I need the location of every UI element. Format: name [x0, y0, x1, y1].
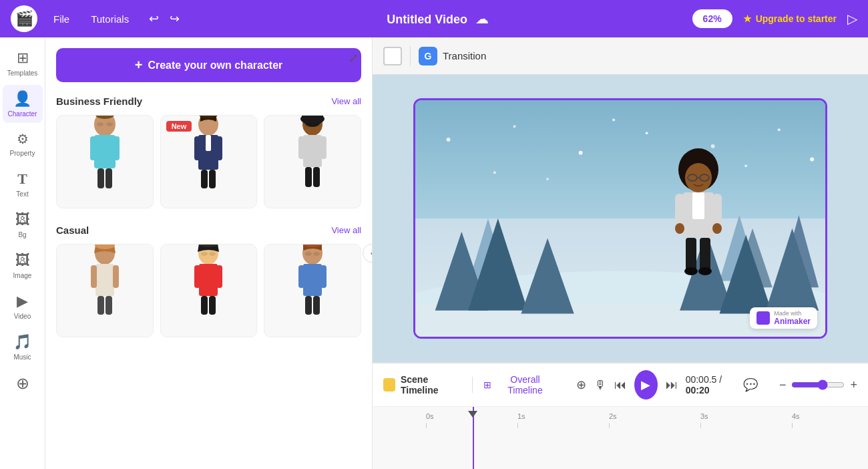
image-icon: 🖼 [15, 252, 30, 269]
svg-rect-33 [105, 296, 112, 315]
sidebar-item-more[interactable]: ⊕ [3, 369, 43, 398]
plus-icon: + [135, 57, 143, 73]
svg-rect-47 [320, 265, 327, 288]
music-icon: 🎵 [13, 333, 31, 351]
view-all-casual-button[interactable]: View all [331, 225, 361, 235]
video-icon: ▶ [17, 293, 28, 310]
time-total: 00:20 [686, 385, 710, 396]
property-icon: ⚙ [17, 131, 29, 147]
title-area: Untitled Video ☁ [194, 11, 681, 27]
text-icon: T [17, 170, 27, 188]
timeline-divider [472, 377, 473, 393]
playhead [473, 407, 474, 469]
transition-checkbox[interactable] [383, 47, 402, 65]
sidebar-label-image: Image [13, 272, 32, 279]
scene-canvas[interactable]: Made with Animaker [373, 75, 868, 362]
svg-rect-21 [298, 136, 304, 159]
sidebar-item-image[interactable]: 🖼 Image [3, 247, 43, 285]
sidebar-label-bg: Bg [18, 231, 26, 239]
svg-point-26 [313, 123, 320, 127]
watermark-brand: Animaker [774, 317, 811, 326]
svg-point-66 [513, 125, 516, 128]
svg-rect-36 [199, 264, 218, 296]
svg-rect-32 [97, 296, 104, 315]
svg-rect-2 [90, 136, 97, 160]
zoom-in-slider-button[interactable]: + [850, 378, 857, 392]
templates-icon: ⊞ [17, 49, 29, 67]
svg-rect-15 [206, 135, 211, 151]
redo-button[interactable]: ↪ [166, 7, 184, 30]
sidebar-item-music[interactable]: 🎵 Music [3, 328, 43, 366]
skip-back-button[interactable]: ⏮ [614, 378, 626, 392]
view-all-business-button[interactable]: View all [331, 96, 361, 106]
sidebar-label-templates: Templates [7, 69, 38, 77]
svg-point-65 [447, 138, 451, 142]
watermark-text: Made with Animaker [774, 310, 811, 326]
sidebar-item-video[interactable]: ▶ Video [3, 287, 43, 325]
sidebar-item-character[interactable]: 👤 Character [3, 85, 43, 123]
new-badge: New [166, 121, 192, 132]
ruler-mark: 1s [517, 412, 609, 428]
subtitles-button[interactable]: 💬 [743, 377, 758, 392]
transition-icon: G [419, 47, 437, 65]
character-card-bf3[interactable] [264, 115, 361, 208]
transition-label: G Transition [419, 47, 486, 65]
topbar-divider [410, 46, 411, 66]
svg-rect-4 [97, 168, 104, 188]
timeline-controls: Scene Timeline ⊞ Overall Timeline ⊕ 🎙 ⏮ … [373, 363, 868, 407]
tutorials-button[interactable]: Tutorials [85, 9, 134, 29]
timeline-ruler[interactable]: 0s1s2s3s4s5s6s7s8s [373, 407, 868, 469]
create-char-label: Create your own character [148, 59, 282, 71]
create-character-button[interactable]: + Create your own character [56, 48, 361, 82]
sidebar-item-property[interactable]: ⚙ Property [3, 126, 43, 162]
scene-tab-label: Scene Timeline [401, 374, 461, 396]
character-card-c2[interactable] [160, 244, 258, 337]
watermark: Made with Animaker [750, 307, 817, 329]
svg-rect-85 [712, 194, 722, 227]
playhead-indicator [468, 411, 477, 418]
svg-point-42 [209, 252, 216, 256]
sidebar-label-video: Video [14, 313, 31, 320]
section-business-title: Business Friendly [56, 96, 142, 107]
zoom-in-button[interactable]: ⊕ [576, 377, 586, 392]
svg-point-86 [675, 223, 684, 234]
canvas-topbar: G Transition [373, 37, 868, 75]
time-current: 00:00.5 [686, 374, 717, 385]
file-menu-button[interactable]: File [48, 9, 75, 29]
character-card-bf2[interactable]: New [160, 115, 258, 208]
character-card-c3[interactable] [264, 244, 361, 337]
svg-rect-45 [303, 264, 322, 296]
svg-point-50 [305, 252, 312, 256]
ruler-marks: 0s1s2s3s4s5s6s7s8s [373, 407, 868, 428]
sidebar-item-templates[interactable]: ⊞ Templates [3, 44, 43, 82]
svg-rect-88 [686, 238, 696, 271]
section-casual-header: Casual View all [56, 224, 361, 236]
logo: 🎬 [11, 5, 37, 32]
expand-panel-button[interactable]: ⤢ [346, 48, 361, 68]
cloud-save-icon: ☁ [475, 11, 489, 26]
skip-forward-button[interactable]: ⏭ [666, 378, 678, 392]
sidebar-label-character: Character [8, 110, 37, 118]
character-card-c1[interactable] [56, 244, 154, 337]
svg-point-74 [612, 119, 615, 122]
undo-button[interactable]: ↩ [145, 7, 163, 30]
upgrade-button[interactable]: ★ Upgrade to starter [743, 13, 837, 24]
play-button[interactable]: ▶ [634, 370, 658, 400]
watermark-made-with: Made with [774, 310, 811, 317]
transition-text: Transition [443, 50, 486, 61]
business-char-grid: New [56, 115, 361, 208]
zoom-button[interactable]: 62% [692, 9, 732, 28]
casual-char-grid [56, 244, 361, 337]
svg-rect-20 [303, 135, 322, 167]
svg-rect-30 [91, 265, 97, 288]
zoom-out-button[interactable]: − [779, 378, 787, 392]
sidebar-item-text[interactable]: T Text [3, 165, 43, 203]
svg-rect-22 [320, 136, 327, 159]
microphone-button[interactable]: 🎙 [594, 378, 606, 392]
zoom-slider[interactable] [791, 379, 845, 390]
ruler-mark: 2s [609, 412, 700, 428]
overall-timeline-button[interactable]: ⊞ Overall Timeline [483, 374, 555, 396]
preview-play-icon[interactable]: ▷ [847, 11, 857, 27]
sidebar-item-bg[interactable]: 🖼 Bg [3, 206, 43, 244]
character-card-bf1[interactable] [56, 115, 154, 208]
